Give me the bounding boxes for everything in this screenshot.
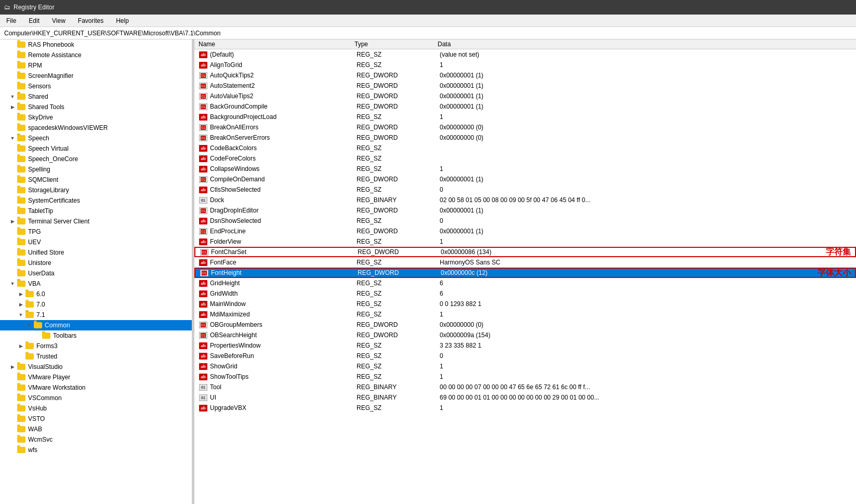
tree-item-spelling[interactable]: Spelling	[0, 164, 192, 175]
reg-row-auto-statement2[interactable]: 01AutoStatement2REG_DWORD0x00000001 (1)	[194, 81, 856, 91]
reg-row-dsn-show-selected[interactable]: abDsnShowSelectedREG_SZ0	[194, 216, 856, 226]
tree-item-vba-60[interactable]: ▶6.0	[0, 289, 192, 299]
reg-row-background-project-load[interactable]: abBackgroundProjectLoadREG_SZ1	[194, 112, 856, 122]
tree-item-wcmsvc[interactable]: WcmSvc	[0, 434, 192, 445]
reg-row-ob-search-height[interactable]: 01OBSearchHeightREG_DWORD0x0000009a (154…	[194, 330, 856, 340]
reg-row-ctls-show-selected[interactable]: abCtlsShowSelectedREG_SZ0	[194, 184, 856, 195]
tree-item-vba-71-forms3[interactable]: ▶Forms3	[0, 341, 192, 351]
menu-item-file[interactable]: File	[2, 16, 20, 25]
reg-row-main-window[interactable]: abMainWindowREG_SZ0 0 1293 882 1	[194, 299, 856, 309]
tree-item-remote-assistance[interactable]: Remote Assistance	[0, 50, 192, 60]
tree-item-rpm[interactable]: RPM	[0, 60, 192, 71]
main-area: RAS PhonebookRemote AssistanceRPMScreenM…	[0, 39, 856, 504]
tree-item-visualstudio[interactable]: ▶VisualStudio	[0, 362, 192, 372]
tree-item-userdata[interactable]: UserData	[0, 268, 192, 278]
tree-item-vba-71-trusted[interactable]: Trusted	[0, 351, 192, 362]
reg-name-grid-height: GridHeight	[210, 280, 357, 287]
reg-row-auto-value-tips2[interactable]: 01AutoValueTips2REG_DWORD0x00000001 (1)	[194, 91, 856, 101]
tree-item-vscommon[interactable]: VSCommon	[0, 393, 192, 403]
menu-item-view[interactable]: View	[48, 16, 70, 25]
tree-item-sensors[interactable]: Sensors	[0, 81, 192, 91]
reg-row-font-face[interactable]: abFontFaceREG_SZHarmonyOS Sans SC	[194, 257, 856, 268]
reg-type-drag-drop-in-editor: REG_DWORD	[357, 207, 440, 214]
reg-row-tool[interactable]: 01ToolREG_BINARY00 00 00 00 07 00 00 00 …	[194, 382, 856, 392]
expand-btn-vba-60[interactable]: ▶	[17, 290, 25, 298]
reg-row-folder-view[interactable]: abFolderViewREG_SZ1	[194, 236, 856, 247]
tree-item-tablettip[interactable]: TabletTip	[0, 206, 192, 216]
tree-item-vmware-player[interactable]: VMware Player	[0, 372, 192, 382]
tree-item-wfs[interactable]: wfs	[0, 445, 192, 455]
reg-row-collapse-windows[interactable]: abCollapseWindowsREG_SZ1	[194, 164, 856, 174]
reg-row-upgrade-vbx[interactable]: abUpgradeVBXREG_SZ1	[194, 403, 856, 413]
reg-row-show-tool-tips[interactable]: abShowToolTipsREG_SZ1	[194, 372, 856, 382]
reg-row-drag-drop-in-editor[interactable]: 01DragDropInEditorREG_DWORD0x00000001 (1…	[194, 205, 856, 216]
reg-row-font-char-set[interactable]: 01FontCharSetREG_DWORD0x00000086 (134)字符…	[194, 247, 856, 257]
expand-btn-shared-tools[interactable]: ▶	[8, 103, 17, 111]
right-panel[interactable]: Name Type Data ab(Default)REG_SZ(value n…	[194, 39, 856, 504]
reg-row-font-height[interactable]: 01FontHeightREG_DWORD0x0000000c (12)字体大小	[194, 268, 856, 278]
reg-row-align-to-grid[interactable]: abAlignToGridREG_SZ1	[194, 60, 856, 70]
reg-row-show-grid[interactable]: abShowGridREG_SZ1	[194, 361, 856, 372]
tree-label-speech-onecore: Speech_OneCore	[28, 155, 78, 163]
tree-item-shared-tools[interactable]: ▶Shared Tools	[0, 102, 192, 112]
tree-item-unistore[interactable]: Unistore	[0, 258, 192, 268]
tree-item-speech-onecore[interactable]: Speech_OneCore	[0, 154, 192, 164]
tree-item-storagelibrary[interactable]: StorageLibrary	[0, 185, 192, 195]
expand-btn-vba-71-common[interactable]: ▼	[25, 321, 33, 329]
tree-item-uev[interactable]: UEV	[0, 237, 192, 247]
tree-item-vsto[interactable]: VSTO	[0, 414, 192, 424]
tree-item-skydrive[interactable]: SkyDrive	[0, 112, 192, 123]
expand-btn-vba-70[interactable]: ▶	[17, 300, 25, 309]
reg-row-ui[interactable]: 01UIREG_BINARY69 00 00 00 01 01 00 00 00…	[194, 392, 856, 403]
reg-row-dock[interactable]: 01DockREG_BINARY02 00 58 01 05 00 08 00 …	[194, 195, 856, 205]
reg-row-background-compile[interactable]: 01BackGroundCompileREG_DWORD0x00000001 (…	[194, 101, 856, 112]
menu-item-favorites[interactable]: Favorites	[74, 16, 108, 25]
menu-item-help[interactable]: Help	[112, 16, 133, 25]
reg-row-break-on-all-errors[interactable]: 01BreakOnAllErrorsREG_DWORD0x00000000 (0…	[194, 122, 856, 132]
annotation-font-height: 字体大小	[818, 268, 851, 278]
expand-btn-visualstudio[interactable]: ▶	[8, 363, 17, 371]
reg-row-end-proc-line[interactable]: 01EndProcLineREG_DWORD0x00000001 (1)	[194, 226, 856, 236]
reg-row-compile-on-demand[interactable]: 01CompileOnDemandREG_DWORD0x00000001 (1)	[194, 174, 856, 184]
tree-item-vba-71-toolbars[interactable]: Toolbars	[0, 330, 192, 341]
reg-row-grid-height[interactable]: abGridHeightREG_SZ6	[194, 278, 856, 288]
reg-row-save-before-run[interactable]: abSaveBeforeRunREG_SZ0	[194, 351, 856, 361]
menu-item-edit[interactable]: Edit	[24, 16, 44, 25]
tree-item-vshub[interactable]: VsHub	[0, 403, 192, 414]
tree-item-vba-71[interactable]: ▼7.1	[0, 310, 192, 320]
tree-item-speech-virtual[interactable]: Speech Virtual	[0, 143, 192, 154]
tree-item-vba-71-common[interactable]: ▼Common	[0, 320, 192, 330]
reg-row-ob-group-members[interactable]: 01OBGroupMembersREG_DWORD0x00000000 (0)	[194, 320, 856, 330]
tree-item-tpg[interactable]: TPG	[0, 227, 192, 237]
reg-icon-auto-quick-tips2: 01	[199, 71, 208, 79]
tree-item-sqmclient[interactable]: SQMClient	[0, 175, 192, 185]
tree-label-vsto: VSTO	[28, 415, 45, 422]
tree-item-wab[interactable]: WAB	[0, 424, 192, 434]
tree-item-screenmagnifier[interactable]: ScreenMagnifier	[0, 71, 192, 81]
tree-item-systemcertificates[interactable]: SystemCertificates	[0, 195, 192, 206]
expand-btn-terminal-server-client[interactable]: ▶	[8, 217, 17, 226]
reg-row-grid-width[interactable]: abGridWidthREG_SZ6	[194, 288, 856, 299]
reg-row-mdi-maximized[interactable]: abMdiMaximizedREG_SZ1	[194, 309, 856, 320]
tree-item-terminal-server-client[interactable]: ▶Terminal Server Client	[0, 216, 192, 227]
reg-row-break-on-server-errors[interactable]: 01BreakOnServerErrorsREG_DWORD0x00000000…	[194, 132, 856, 143]
reg-row-auto-quick-tips2[interactable]: 01AutoQuickTips2REG_DWORD0x00000001 (1)	[194, 70, 856, 81]
tree-item-ras-phonebook[interactable]: RAS Phonebook	[0, 39, 192, 50]
expand-btn-vba[interactable]: ▼	[8, 280, 17, 288]
tree-item-vba[interactable]: ▼VBA	[0, 278, 192, 289]
reg-row-default[interactable]: ab(Default)REG_SZ(value not set)	[194, 49, 856, 60]
tree-item-vba-70[interactable]: ▶7.0	[0, 299, 192, 310]
tree-item-unified-store[interactable]: Unified Store	[0, 247, 192, 258]
tree-panel[interactable]: RAS PhonebookRemote AssistanceRPMScreenM…	[0, 39, 192, 504]
tree-item-speech[interactable]: ▼Speech	[0, 133, 192, 143]
tree-item-shared[interactable]: ▼Shared	[0, 91, 192, 102]
expand-btn-speech[interactable]: ▼	[8, 134, 17, 142]
expand-btn-vba-71[interactable]: ▼	[17, 311, 25, 319]
tree-item-vmware-workstation[interactable]: VMware Workstation	[0, 382, 192, 393]
reg-row-code-fore-colors[interactable]: abCodeForeColorsREG_SZ	[194, 153, 856, 164]
tree-item-spacedeskwindowsviewer[interactable]: spacedeskWindowsVIEWER	[0, 123, 192, 133]
reg-row-properties-window[interactable]: abPropertiesWindowREG_SZ3 23 335 882 1	[194, 340, 856, 351]
expand-btn-shared[interactable]: ▼	[8, 92, 17, 101]
expand-btn-vba-71-forms3[interactable]: ▶	[17, 342, 25, 350]
reg-row-code-back-colors[interactable]: abCodeBackColorsREG_SZ	[194, 143, 856, 153]
